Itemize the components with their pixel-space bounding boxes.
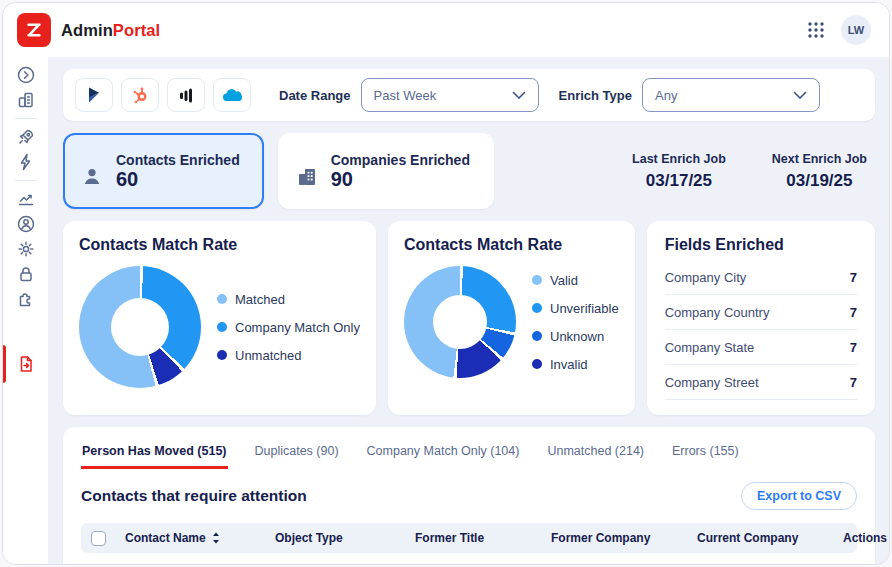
legend-item: Invalid [532, 357, 619, 372]
apps-grid-icon[interactable] [807, 21, 825, 39]
field-value: 7 [850, 375, 857, 390]
field-row: Company Street7 [665, 365, 857, 400]
date-range-select[interactable]: Past Week [361, 78, 539, 112]
column-label: Contact Name [125, 531, 206, 545]
select-all-checkbox[interactable] [91, 531, 106, 546]
table-header: Contact NameObject TypeFormer TitleForme… [81, 523, 857, 553]
person-icon [80, 165, 104, 189]
legend-dot-icon [532, 359, 542, 369]
main-content: Date Range Past Week Enrich Type Any Con… [49, 57, 889, 564]
sort-icon [211, 532, 221, 544]
filter-bar: Date Range Past Week Enrich Type Any [63, 69, 875, 121]
enrich-file-export-icon[interactable] [16, 354, 36, 374]
enrich-type-select[interactable]: Any [642, 78, 820, 112]
column-label: Former Company [551, 531, 650, 545]
field-value: 7 [850, 270, 857, 285]
chart-title: Contacts Match Rate [404, 236, 619, 254]
legend-dot-icon [532, 303, 542, 313]
stat-label: Contacts Enriched [116, 152, 240, 168]
sidebar-divider [15, 118, 37, 119]
column-header-actions: Actions [843, 531, 887, 545]
brand-logo-icon [17, 13, 51, 47]
field-value: 7 [850, 305, 857, 320]
sidebar-divider [15, 180, 37, 181]
app-title: AdminPortal [61, 21, 160, 40]
field-value: 7 [850, 340, 857, 355]
tab-company-match-only-104[interactable]: Company Match Only (104) [366, 444, 521, 469]
column-label: Current Company [697, 531, 798, 545]
analytics-chart-icon[interactable] [16, 189, 36, 209]
user-icon[interactable] [16, 214, 36, 234]
legend-dot-icon [532, 275, 542, 285]
hubspot-icon[interactable] [121, 78, 159, 112]
column-header-contact-name[interactable]: Contact Name [125, 531, 275, 545]
chart-title: Contacts Match Rate [79, 236, 360, 254]
tabs: Person Has Moved (515)Duplicates (90)Com… [81, 427, 857, 469]
field-row: Company Country7 [665, 295, 857, 330]
legend-dot-icon [217, 294, 227, 304]
field-label: Company Street [665, 375, 759, 390]
donut-chart [404, 266, 516, 378]
legend-label: Unverifiable [550, 301, 619, 316]
zap-icon[interactable] [16, 152, 36, 172]
soundbars-icon[interactable] [167, 78, 205, 112]
companies-enriched-card[interactable]: Companies Enriched 90 [278, 133, 494, 209]
legend-label: Matched [235, 292, 285, 307]
chevron-down-icon [512, 91, 526, 100]
attention-section: Person Has Moved (515)Duplicates (90)Com… [63, 427, 875, 564]
chevron-down-icon [793, 91, 807, 100]
enrich-jobs: Last Enrich Job 03/17/25 Next Enrich Job… [632, 152, 875, 191]
collapse-chevron-icon[interactable] [16, 65, 36, 85]
contacts-enriched-card[interactable]: Contacts Enriched 60 [63, 133, 264, 209]
job-label: Next Enrich Job [772, 152, 867, 166]
stat-value: 60 [116, 168, 240, 191]
puzzle-icon[interactable] [16, 289, 36, 309]
tab-duplicates-90[interactable]: Duplicates (90) [254, 444, 340, 469]
date-range-label: Date Range [279, 88, 351, 103]
date-range-value: Past Week [374, 88, 437, 103]
settings-gear-icon[interactable] [16, 239, 36, 259]
stats-row: Contacts Enriched 60 Companies Enriched … [63, 133, 875, 209]
legend-dot-icon [532, 331, 542, 341]
header-actions: LW [807, 15, 871, 45]
dynamics-icon[interactable] [75, 78, 113, 112]
column-label: Former Title [415, 531, 484, 545]
chart-legend: MatchedCompany Match OnlyUnmatched [217, 292, 360, 363]
top-header: AdminPortal LW [3, 3, 889, 57]
tab-person-has-moved-515[interactable]: Person Has Moved (515) [81, 444, 228, 469]
salesforce-icon[interactable] [213, 78, 251, 112]
donut-chart [79, 266, 201, 388]
legend-item: Company Match Only [217, 320, 360, 335]
column-header-current-company: Current Company [697, 531, 843, 545]
field-label: Company City [665, 270, 747, 285]
column-label: Object Type [275, 531, 343, 545]
enrich-type-value: Any [655, 88, 677, 103]
rocket-icon[interactable] [16, 127, 36, 147]
legend-item: Unmatched [217, 348, 360, 363]
column-header-object-type: Object Type [275, 531, 415, 545]
charts-row: Contacts Match Rate MatchedCompany Match… [63, 221, 875, 415]
lock-icon[interactable] [16, 264, 36, 284]
column-header-former-title: Former Title [415, 531, 551, 545]
building-report-icon[interactable] [16, 90, 36, 110]
legend-label: Unmatched [235, 348, 301, 363]
fields-rows: Company City7Company Country7Company Sta… [665, 260, 857, 400]
legend-item: Unknown [532, 329, 619, 344]
avatar[interactable]: LW [841, 15, 871, 45]
export-csv-button[interactable]: Export to CSV [741, 482, 857, 510]
tab-errors-155[interactable]: Errors (155) [671, 444, 740, 469]
app-title-portal: Portal [113, 21, 160, 39]
chart-legend: ValidUnverifiableUnknownInvalid [532, 273, 619, 372]
app-title-admin: Admin [61, 21, 113, 39]
job-value: 03/17/25 [632, 171, 726, 191]
section-title: Contacts that require attention [81, 487, 307, 505]
legend-dot-icon [217, 350, 227, 360]
legend-label: Valid [550, 273, 578, 288]
column-header-former-company: Former Company [551, 531, 697, 545]
legend-label: Invalid [550, 357, 588, 372]
stat-value: 90 [331, 168, 470, 191]
contacts-validity-card: Contacts Match Rate ValidUnverifiableUnk… [388, 221, 635, 415]
tab-unmatched-214[interactable]: Unmatched (214) [546, 444, 645, 469]
fields-title: Fields Enriched [665, 236, 857, 254]
field-row: Company City7 [665, 260, 857, 295]
